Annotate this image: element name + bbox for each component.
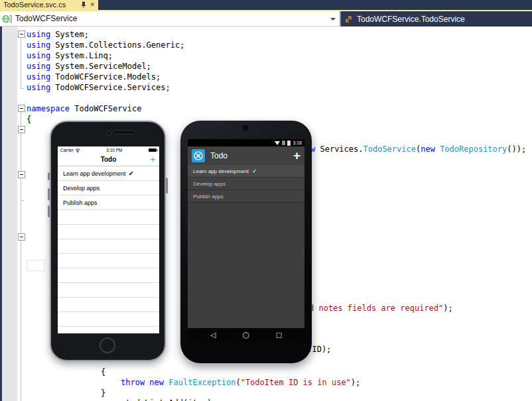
android-app-title: Todo [210,151,228,160]
window-edge [0,11,2,401]
code-line: { [101,367,105,376]
android-battery-icon [287,141,291,146]
android-todo-list: Learn app development✓Develop appsPublis… [188,165,304,203]
document-tab[interactable]: TodoService.svc.cs ✕ [0,0,98,10]
todo-item: Develop apps [188,178,304,190]
android-status-bar: 3:18 [188,139,304,146]
project-icon [2,15,12,23]
carrier-label: Carrier [60,148,74,152]
xamarin-logo-icon [192,149,205,162]
todo-item: Develop apps [58,181,159,196]
code-line: using System; [27,30,89,39]
fold-marker[interactable] [18,233,25,241]
android-camera [241,124,249,132]
android-add-todo-icon: + [293,146,300,165]
code-line: d notes fields are required"); [309,304,453,313]
iphone-camera [106,131,111,136]
navigation-bar: TodoWCFService TodoWCFService.TodoServic… [0,11,532,27]
iphone-app-title: Todo [58,154,159,166]
tab-title: TodoService.svc.cs [3,0,78,10]
todo-item-label: Learn app development [193,168,249,174]
iphone-time-label: 3:10 PM [106,148,122,152]
code-line: } [101,388,105,398]
fold-guide [21,37,21,88]
code-line: { [27,115,31,124]
android-signal-icon [282,141,285,145]
home-icon: ○ [242,328,249,342]
empty-row [58,239,159,254]
fold-marker[interactable] [18,30,25,38]
fold-marker[interactable] [18,171,25,178]
code-line: using System.ServiceModel; [27,62,151,71]
empty-row [58,283,159,298]
fold-guide [21,111,21,401]
code-line: using System.Linq; [27,51,113,60]
fold-marker[interactable] [18,126,25,133]
todo-item: Learn app development✓ [58,166,159,181]
code-line: throw new FaultException("TodoItem ID is… [121,378,360,387]
android-time-label: 3:18 [293,141,302,145]
collapsed-region-box [27,260,45,271]
empty-row [58,210,159,225]
todo-item-label: Develop apps [63,185,100,192]
code-line: _todoList.Add(item); [121,398,217,401]
member-dropdown-label: TodoWCFService.TodoService [357,15,465,24]
wifi-icon [75,148,80,152]
empty-row [58,298,159,312]
empty-row [58,268,159,283]
iphone-volume-down-button [48,205,50,217]
todo-item: Learn app development✓ [188,165,304,178]
check-icon: ✓ [252,168,257,174]
fold-guide-end [21,200,24,201]
fold-guide-end [21,88,24,89]
editor-gutter [2,27,17,401]
check-icon: ✓ [129,170,134,177]
android-sensor [194,127,196,130]
member-dropdown[interactable]: TodoWCFService.TodoService [341,11,532,27]
empty-row [58,312,159,327]
code-line: using TodoWCFService.Models; [27,72,161,82]
class-icon [344,15,353,23]
iphone-status-bar: Carrier 3:10 PM [58,146,159,154]
android-screen: 3:18 Todo + Learn app development✓Develo… [188,139,304,342]
android-wifi-icon [275,141,280,145]
close-icon[interactable]: ✕ [90,0,95,10]
todo-item-label: Publish apps [193,194,224,200]
empty-row [58,254,159,268]
battery-icon [149,148,157,152]
iphone-speaker [113,130,135,135]
code-line: using System.Collections.Generic; [27,40,184,50]
todo-item-label: Publish apps [63,200,98,206]
code-line: namespace TodoWCFService [27,104,141,113]
android-mockup: 3:18 Todo + Learn app development✓Develo… [180,121,312,363]
iphone-power-button [166,178,168,194]
fold-marker[interactable] [18,105,25,112]
tab-bar: TodoService.svc.cs ✕ [0,0,532,10]
empty-row [58,225,159,239]
iphone-home-button [100,337,115,353]
todo-item-label: Learn app development [63,170,126,177]
pin-icon[interactable] [80,1,87,9]
iphone-mockup: Carrier 3:10 PM Todo + Learn app devel [50,121,166,361]
code-line: using TodoWCFService.Services; [27,83,170,92]
iphone-todo-list: Learn app development✓Develop appsPublis… [58,166,159,327]
android-app-bar: Todo + [188,146,304,165]
active-tab-accent-line [0,10,532,11]
iphone-nav-bar: Todo + [58,154,159,166]
back-icon: ◁ [210,328,216,342]
chevron-down-icon[interactable] [330,18,336,21]
todo-item: Publish apps [188,190,304,203]
iphone-mute-switch [48,172,50,180]
android-nav-bar: ◁ ○ □ [188,328,304,342]
vs-editor-window: TodoService.svc.cs ✕ TodoWCFService [0,0,532,401]
recents-icon: □ [276,328,282,342]
code-line: w Services.TodoService(new TodoRepositor… [310,144,526,154]
android-blank-area [188,203,304,328]
todo-item-label: Develop apps [193,181,226,187]
add-todo-icon: + [150,154,155,166]
project-dropdown-label: TodoWCFService [15,14,77,23]
project-dropdown[interactable]: TodoWCFService [0,11,340,27]
iphone-volume-up-button [48,188,50,200]
iphone-screen: Carrier 3:10 PM Todo + Learn app devel [58,146,159,333]
todo-item: Publish apps [58,196,159,210]
